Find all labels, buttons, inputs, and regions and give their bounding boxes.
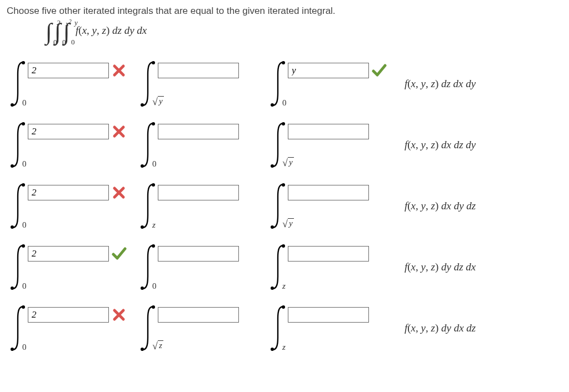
limit-upper-input[interactable] xyxy=(158,124,239,139)
integral-cell: 0 xyxy=(137,242,239,292)
limit-lower-label: 0 xyxy=(282,98,287,108)
prompt-text: Choose five other iterated integrals tha… xyxy=(7,6,562,17)
limit-upper-input[interactable] xyxy=(28,246,109,262)
integral-cell: 0 xyxy=(137,120,239,170)
limit-lower-label: √y xyxy=(282,218,294,230)
limit-lower-label: 0 xyxy=(152,282,157,291)
integral-sign-1: ∫20 xyxy=(46,20,52,43)
limit-upper-input[interactable] xyxy=(288,63,369,78)
integral-cell: √y xyxy=(267,120,369,170)
svg-point-23 xyxy=(271,287,274,290)
svg-point-15 xyxy=(141,225,144,229)
integrand-text: f(x, y, z) dy dx dz xyxy=(405,322,476,334)
integral-cell: z xyxy=(267,303,369,353)
limit-upper-input[interactable] xyxy=(158,63,239,78)
limit-upper-input[interactable] xyxy=(28,185,109,200)
integrand-text: f(x, y, z) dx dy dz xyxy=(405,200,476,212)
svg-point-6 xyxy=(22,122,25,125)
integral-cell: 0 xyxy=(7,59,109,109)
svg-point-7 xyxy=(11,164,14,168)
integral-cell: 0 xyxy=(7,242,109,292)
svg-point-28 xyxy=(282,305,285,309)
limit-upper-input[interactable] xyxy=(28,307,109,323)
integral-cell: 0 xyxy=(7,303,109,353)
integral-cell: 0 xyxy=(7,181,109,231)
limit-lower-label: 0 xyxy=(22,220,27,230)
limit-lower-label: z xyxy=(282,282,286,291)
svg-point-27 xyxy=(141,348,144,351)
svg-point-22 xyxy=(282,244,285,248)
limit-upper-input[interactable] xyxy=(158,307,239,323)
integrand-text: f(x, y, z) dx dz dy xyxy=(405,139,476,151)
check-icon xyxy=(111,246,127,262)
integral-sign-3: ∫y0 xyxy=(63,20,70,43)
check-icon xyxy=(371,63,387,78)
svg-point-29 xyxy=(271,348,274,351)
limit-upper-input[interactable] xyxy=(158,246,239,262)
x-icon xyxy=(111,63,127,78)
svg-point-24 xyxy=(22,305,25,309)
integral-row: 0√y0f(x, y, z) dz dx dy xyxy=(7,53,562,114)
svg-point-12 xyxy=(22,183,25,187)
integrand-text: f(x, y, z) dy dz dx xyxy=(405,261,476,273)
svg-point-0 xyxy=(22,61,25,64)
limit-lower-label: √y xyxy=(282,157,294,169)
svg-point-18 xyxy=(22,244,25,248)
integral-cell: √y xyxy=(267,181,369,231)
svg-point-9 xyxy=(141,164,144,168)
svg-point-14 xyxy=(152,183,155,187)
limit-lower-label: z xyxy=(152,220,156,230)
limit-upper-input[interactable] xyxy=(288,246,369,262)
limit-upper-input[interactable] xyxy=(158,185,239,200)
x-icon xyxy=(111,124,127,139)
svg-point-16 xyxy=(282,183,285,187)
limit-lower-label: 0 xyxy=(22,343,27,352)
integral-sign-2: ∫x20 xyxy=(54,20,61,43)
limit-lower-label: z xyxy=(282,343,286,352)
limit-upper-input[interactable] xyxy=(288,124,369,139)
svg-point-26 xyxy=(152,305,155,309)
svg-point-25 xyxy=(11,348,14,351)
svg-point-5 xyxy=(271,103,274,107)
limit-lower-label: 0 xyxy=(22,159,27,169)
integral-cell: z xyxy=(137,181,239,231)
svg-point-3 xyxy=(141,103,144,107)
integral-row: 00zf(x, y, z) dy dz dx xyxy=(7,237,562,298)
svg-point-11 xyxy=(271,164,274,168)
integral-row: 00√yf(x, y, z) dx dz dy xyxy=(7,114,562,175)
integral-cell: √y xyxy=(137,59,239,109)
svg-point-1 xyxy=(11,103,14,107)
svg-point-8 xyxy=(152,122,155,125)
svg-point-17 xyxy=(271,225,274,229)
integrand-text: f(x, y, z) dz dx dy xyxy=(405,78,476,90)
integral-row: 0√zzf(x, y, z) dy dx dz xyxy=(7,298,562,359)
x-icon xyxy=(111,185,127,200)
limit-upper-input[interactable] xyxy=(28,124,109,139)
svg-point-13 xyxy=(11,225,14,229)
limit-lower-label: 0 xyxy=(22,282,27,291)
x-icon xyxy=(111,307,127,323)
svg-point-4 xyxy=(282,61,285,64)
svg-point-19 xyxy=(11,287,14,290)
integral-cell: z xyxy=(267,242,369,292)
svg-point-21 xyxy=(141,287,144,290)
limit-upper-input[interactable] xyxy=(288,185,369,200)
integral-cell: 0 xyxy=(267,59,369,109)
given-integral: ∫20 ∫x20 ∫y0 f(x, y, z) dz dy dx xyxy=(46,20,562,43)
integral-cell: √z xyxy=(137,303,239,353)
limit-lower-label: √z xyxy=(152,340,163,352)
limit-lower-label: 0 xyxy=(152,159,157,169)
svg-point-20 xyxy=(152,244,155,248)
limit-upper-input[interactable] xyxy=(288,307,369,323)
svg-point-10 xyxy=(282,122,285,125)
integral-cell: 0 xyxy=(7,120,109,170)
limit-lower-label: √y xyxy=(152,96,164,108)
limit-lower-label: 0 xyxy=(22,98,27,108)
svg-point-2 xyxy=(152,61,155,64)
limit-upper-input[interactable] xyxy=(28,63,109,78)
integral-row: 0z√yf(x, y, z) dx dy dz xyxy=(7,175,562,237)
